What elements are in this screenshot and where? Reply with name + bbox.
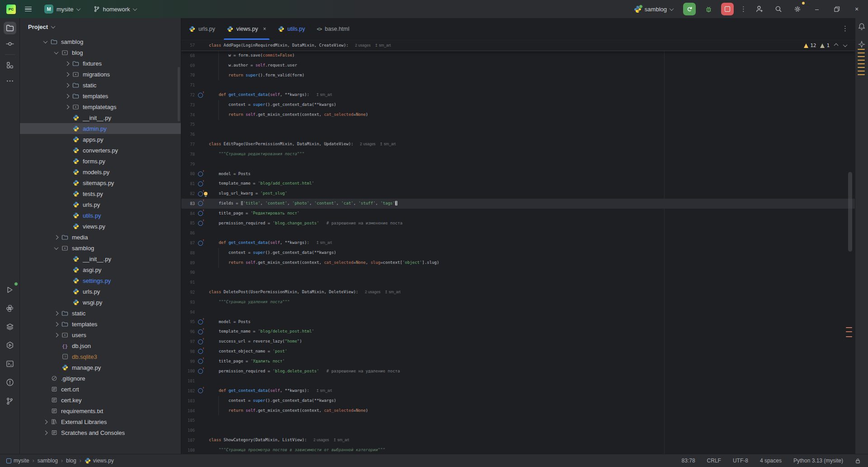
code-line-80[interactable]: 80 model = Posts — [181, 169, 855, 179]
warning-stripe-mark[interactable] — [858, 67, 865, 68]
services-tool-button[interactable] — [4, 339, 16, 352]
warning-stripe-mark[interactable] — [858, 71, 865, 71]
usages-inlay-hint[interactable]: 2 usages — [360, 142, 376, 146]
tree-item-db-json[interactable]: {}db.json — [20, 340, 181, 351]
tree-item-settings-py[interactable]: settings.py — [20, 275, 181, 286]
code-line-87[interactable]: 87 def get_context_data(self, **kwargs):… — [181, 238, 855, 248]
line-number[interactable]: 107 — [181, 438, 197, 443]
more-tools-button[interactable] — [4, 75, 16, 87]
line-number[interactable]: 76 — [181, 132, 197, 137]
overriding-method-icon[interactable] — [198, 191, 203, 196]
line-number[interactable]: 91 — [181, 280, 197, 285]
main-menu-icon[interactable] — [22, 4, 34, 14]
maximize-button[interactable] — [830, 6, 844, 12]
usages-inlay-hint[interactable]: 2 usages — [355, 43, 371, 48]
breadcrumb-samblog[interactable]: samblog — [38, 457, 58, 464]
tree-item-tests-py[interactable]: tests.py — [20, 188, 181, 199]
line-number[interactable]: 94 — [181, 310, 197, 315]
warning-stripe-mark[interactable] — [858, 49, 865, 50]
tree-item-templates[interactable]: templates — [20, 319, 181, 329]
version-control-tool-button[interactable] — [4, 395, 16, 407]
line-number[interactable]: 96 — [181, 329, 197, 334]
line-number[interactable]: 100 — [181, 369, 197, 373]
breadcrumb-blog[interactable]: blog — [66, 457, 76, 464]
tree-item-static[interactable]: static — [20, 80, 181, 91]
chevron-down-icon[interactable] — [42, 40, 49, 43]
tree-item-db-sqlite3[interactable]: ?db.sqlite3 — [20, 351, 181, 362]
warning-stripe-mark[interactable] — [858, 52, 865, 53]
tree-item-sitemaps-py[interactable]: sitemaps.py — [20, 177, 181, 188]
code-with-me-button[interactable] — [753, 3, 766, 15]
tree-item-views-py[interactable]: views.py — [20, 221, 181, 232]
line-number[interactable]: 81 — [181, 181, 197, 186]
tree-item-templates[interactable]: templates — [20, 91, 181, 101]
chevron-right-icon[interactable] — [42, 420, 49, 424]
author-inlay-hint[interactable]: ↥ sm_art — [316, 240, 332, 245]
line-number[interactable]: 99 — [181, 359, 197, 364]
project-panel-header[interactable]: Project — [20, 18, 181, 35]
encoding-widget[interactable]: UTF-8 — [733, 457, 748, 464]
line-number[interactable]: 105 — [181, 418, 197, 423]
tree-item-migrations[interactable]: migrations — [20, 69, 181, 80]
run-tool-button[interactable] — [4, 283, 16, 296]
tree-item-users[interactable]: users — [20, 329, 181, 340]
author-inlay-hint[interactable]: ↥ sm_art — [375, 43, 391, 48]
code-line-104[interactable]: 104 return self.get_mixin_context(contex… — [181, 406, 855, 416]
tree-item-blog[interactable]: blog — [20, 47, 181, 58]
line-number[interactable]: 68 — [181, 53, 197, 58]
notifications-button[interactable] — [858, 23, 866, 31]
code-line-78[interactable]: 78 """Страница редактирования поста""" — [181, 149, 855, 159]
line-number[interactable]: 85 — [181, 221, 197, 225]
tree-item-cert-key[interactable]: cert.key — [20, 395, 181, 405]
code-line-86[interactable]: 86 — [181, 228, 855, 238]
python-console-tool-button[interactable] — [4, 320, 16, 333]
line-number[interactable]: 84 — [181, 211, 197, 216]
overriding-method-icon[interactable] — [198, 339, 203, 344]
line-number[interactable]: 93 — [181, 300, 197, 305]
settings-button[interactable] — [791, 3, 804, 15]
overriding-method-icon[interactable] — [198, 369, 203, 374]
warning-stripe-mark[interactable] — [858, 60, 865, 61]
ai-assistant-button[interactable] — [858, 41, 865, 48]
chevron-right-icon[interactable] — [63, 73, 71, 76]
minimize-button[interactable]: – — [810, 5, 824, 13]
line-number[interactable]: 70 — [181, 73, 197, 77]
tree-item--init-py[interactable]: __init__.py — [20, 253, 181, 264]
line-number[interactable]: 82 — [181, 191, 197, 196]
line-number[interactable]: 77 — [181, 142, 197, 147]
line-number[interactable]: 87 — [181, 241, 197, 245]
search-everywhere-button[interactable] — [772, 3, 785, 15]
line-number[interactable]: 69 — [181, 63, 197, 68]
code-line-70[interactable]: 70 return super().form_valid(form) — [181, 71, 855, 81]
warning-stripe-mark[interactable] — [846, 336, 852, 337]
code-line-76[interactable]: 76 — [181, 129, 855, 139]
code-line-103[interactable]: 103 context = super().get_context_data(*… — [181, 396, 855, 406]
line-number[interactable]: 106 — [181, 428, 197, 433]
tree-item-cert-crt[interactable]: cert.crt — [20, 384, 181, 395]
line-number[interactable]: 57 — [181, 43, 197, 48]
overriding-method-icon[interactable] — [198, 359, 203, 364]
overriding-method-icon[interactable] — [198, 241, 203, 246]
chevron-right-icon[interactable] — [52, 334, 60, 337]
chevron-right-icon[interactable] — [63, 62, 71, 65]
tree-item-wsgi-py[interactable]: wsgi.py — [20, 297, 181, 308]
code-line-101[interactable]: 101 — [181, 376, 855, 386]
chevron-down-icon[interactable] — [52, 247, 60, 250]
tree-item-asgi-py[interactable]: asgi.py — [20, 264, 181, 275]
previous-problem-icon[interactable] — [834, 44, 839, 47]
terminal-tool-button[interactable] — [4, 357, 16, 370]
line-number[interactable]: 103 — [181, 399, 197, 403]
project-tool-button[interactable] — [4, 22, 16, 34]
line-number[interactable]: 71 — [181, 83, 197, 87]
close-icon[interactable]: × — [263, 26, 266, 32]
warning-stripe-mark[interactable] — [858, 56, 865, 57]
warning-stripe-mark[interactable] — [858, 74, 865, 75]
chevron-right-icon[interactable] — [52, 312, 60, 315]
tree-item-urls-py[interactable]: urls.py — [20, 199, 181, 210]
code-line-74[interactable]: 74 return self.get_mixin_context(context… — [181, 110, 855, 120]
overriding-method-icon[interactable] — [198, 172, 203, 176]
line-number[interactable]: 74 — [181, 113, 197, 117]
code-line-79[interactable]: 79 — [181, 159, 855, 169]
code-line-75[interactable]: 75 — [181, 120, 855, 130]
code-line-95[interactable]: 95 model = Posts — [181, 317, 855, 327]
